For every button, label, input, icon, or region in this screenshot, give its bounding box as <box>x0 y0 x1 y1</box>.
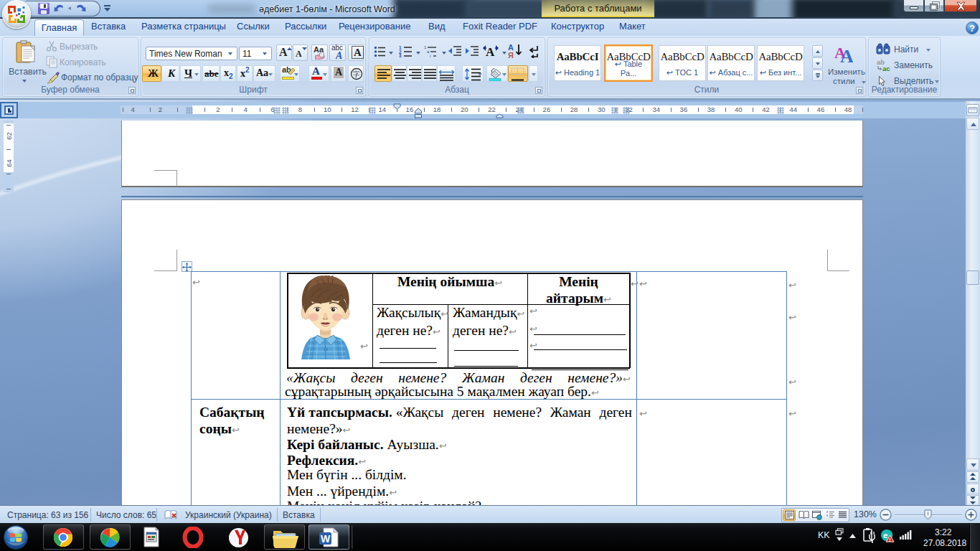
svg-text:ac: ac <box>882 65 890 72</box>
svg-text:A: A <box>840 46 853 64</box>
svg-text:e: e <box>883 530 888 540</box>
svg-text:Я: Я <box>508 51 514 60</box>
svg-text:A: A <box>486 45 495 59</box>
svg-text:W: W <box>321 533 331 545</box>
svg-text:3: 3 <box>399 53 402 57</box>
svg-text:!: ! <box>889 537 890 543</box>
svg-text:字: 字 <box>353 70 360 78</box>
svg-text:i: i <box>430 54 430 57</box>
